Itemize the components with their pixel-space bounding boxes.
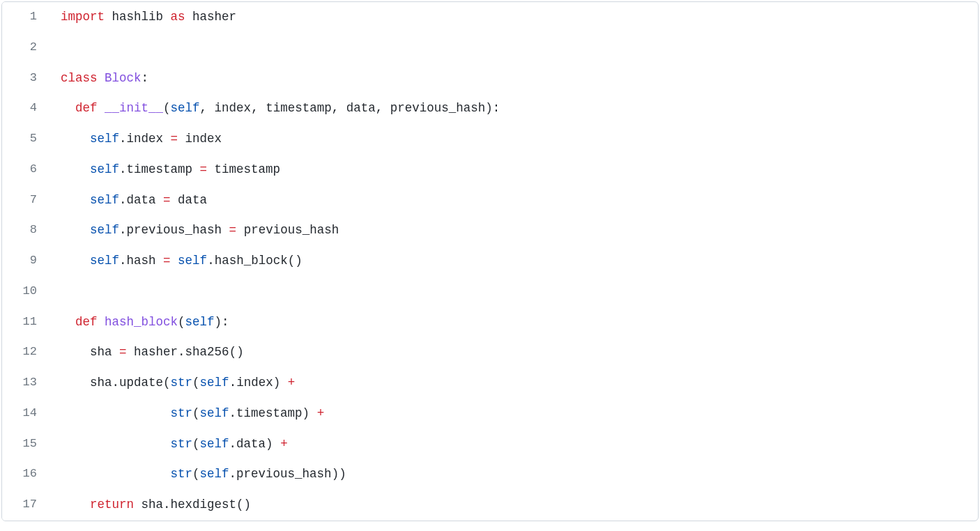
code-token <box>61 498 90 511</box>
code-token <box>163 132 171 146</box>
code-body: 1import hashlib as hasher2​3class Block:… <box>2 2 978 521</box>
code-content[interactable]: import hashlib as hasher <box>47 2 978 33</box>
code-content[interactable]: def hash_block(self): <box>47 307 978 338</box>
code-line: 2​ <box>2 33 978 63</box>
line-number[interactable]: 8 <box>2 215 47 246</box>
line-number[interactable]: 5 <box>2 124 47 155</box>
code-line: 16 str(self.previous_hash)) <box>2 459 978 490</box>
line-number[interactable]: 11 <box>2 307 47 338</box>
code-content[interactable]: self.timestamp = timestamp <box>47 155 978 185</box>
code-token: self <box>200 467 229 481</box>
code-token <box>163 10 171 24</box>
code-content[interactable]: class Block: <box>47 63 978 94</box>
line-number[interactable]: 10 <box>2 277 47 307</box>
code-content[interactable] <box>47 277 978 307</box>
code-token <box>171 254 178 268</box>
line-number[interactable]: 12 <box>2 337 47 368</box>
code-token: hashlib <box>112 10 164 24</box>
code-token: ( <box>192 376 200 390</box>
code-content[interactable]: def __init__(self, index, timestamp, dat… <box>47 93 978 124</box>
code-content[interactable]: self.index = index <box>47 124 978 155</box>
code-token: )) <box>332 467 346 481</box>
code-token: str <box>171 376 193 390</box>
line-number[interactable]: 6 <box>2 155 47 185</box>
code-token: def <box>75 101 98 115</box>
code-token: ) <box>303 406 310 420</box>
code-token: update <box>119 376 163 390</box>
code-token: ( <box>192 437 200 451</box>
code-token: hasher <box>134 345 178 359</box>
code-token: = <box>163 193 171 207</box>
code-token: hash_block <box>105 315 178 329</box>
code-token <box>98 315 105 329</box>
code-token: self <box>200 437 229 451</box>
code-content[interactable]: str(self.timestamp) + <box>47 399 978 429</box>
code-token: ( <box>192 406 200 420</box>
code-token: . <box>229 406 237 420</box>
code-token: self <box>200 406 229 420</box>
line-number[interactable]: 14 <box>2 399 47 429</box>
code-token: self <box>90 162 119 176</box>
code-content[interactable]: ​ <box>47 33 978 63</box>
code-token <box>156 193 164 207</box>
code-token: . <box>119 254 127 268</box>
code-content[interactable]: return sha.hexdigest() <box>47 490 978 521</box>
code-token: () <box>288 254 303 268</box>
code-token: + <box>288 376 296 390</box>
code-token: ): <box>485 101 500 115</box>
code-token <box>61 437 171 451</box>
code-token: . <box>229 376 237 390</box>
code-token <box>178 132 185 146</box>
code-token: = <box>163 254 171 268</box>
code-token: hash <box>127 254 156 268</box>
code-token: return <box>90 498 134 511</box>
line-number[interactable]: 4 <box>2 93 47 124</box>
code-token <box>134 498 141 511</box>
code-token: hexdigest <box>171 498 237 511</box>
code-content[interactable]: self.data = data <box>47 185 978 216</box>
code-token: self <box>90 193 119 207</box>
code-token: ( <box>163 376 171 390</box>
code-token: . <box>229 467 237 481</box>
code-token: sha256 <box>185 345 229 359</box>
code-content[interactable]: sha = hasher.sha256() <box>47 337 978 368</box>
code-token <box>192 162 200 176</box>
code-token: timestamp <box>236 406 303 420</box>
code-token: ): <box>215 315 229 329</box>
code-token <box>105 10 112 24</box>
code-token <box>222 223 229 237</box>
code-token: + <box>317 406 325 420</box>
code-token: timestamp <box>127 162 193 176</box>
code-content[interactable]: str(self.previous_hash)) <box>47 459 978 490</box>
code-token <box>185 10 193 24</box>
code-token <box>61 284 75 298</box>
code-content[interactable]: self.hash = self.hash_block() <box>47 246 978 277</box>
line-number[interactable]: 2 <box>2 33 47 63</box>
line-number[interactable]: 1 <box>2 2 47 33</box>
line-number[interactable]: 9 <box>2 246 47 277</box>
code-token: . <box>119 223 127 237</box>
code-content[interactable]: sha.update(str(self.index) + <box>47 368 978 399</box>
code-token: , <box>251 101 266 115</box>
code-table: 1import hashlib as hasher2​3class Block:… <box>2 2 978 521</box>
code-token: . <box>229 437 237 451</box>
code-content[interactable]: str(self.data) + <box>47 429 978 460</box>
code-content[interactable]: self.previous_hash = previous_hash <box>47 215 978 246</box>
code-line: 13 sha.update(str(self.index) + <box>2 368 978 399</box>
code-token: timestamp <box>215 162 281 176</box>
line-number[interactable]: 17 <box>2 490 47 521</box>
code-token: hasher <box>192 10 236 24</box>
code-token <box>61 101 75 115</box>
line-number[interactable]: 15 <box>2 429 47 460</box>
line-number[interactable]: 7 <box>2 185 47 216</box>
code-line: 15 str(self.data) + <box>2 429 978 460</box>
code-token <box>61 467 171 481</box>
code-token <box>61 162 90 176</box>
line-number[interactable]: 3 <box>2 63 47 94</box>
line-number[interactable]: 16 <box>2 459 47 490</box>
code-token: index <box>236 376 273 390</box>
code-token <box>61 254 90 268</box>
line-number[interactable]: 13 <box>2 368 47 399</box>
code-token <box>61 315 75 329</box>
code-line: 1import hashlib as hasher <box>2 2 978 33</box>
